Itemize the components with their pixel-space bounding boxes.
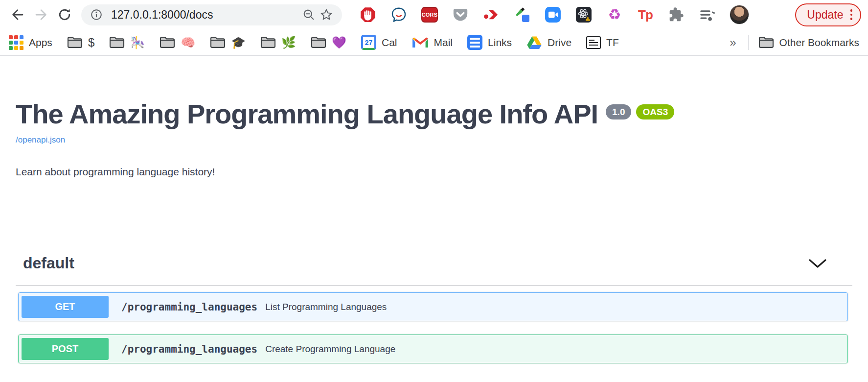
zoom-out-icon[interactable] xyxy=(300,6,318,24)
operation-path: /programming_languages xyxy=(121,301,257,313)
zoom-video-icon[interactable] xyxy=(545,6,561,23)
bookmark-apps[interactable]: Apps xyxy=(9,35,52,50)
folder-icon xyxy=(311,36,326,49)
bookmark-links[interactable]: Links xyxy=(467,35,512,50)
bookmark-label: 🎠 xyxy=(130,37,145,48)
eyedropper-colorpicker-icon[interactable] xyxy=(514,6,530,23)
bookmark-label: Mail xyxy=(434,37,453,48)
operation-path: /programming_languages xyxy=(121,343,257,355)
apps-grid-icon xyxy=(9,35,23,50)
bookmark-drive[interactable]: Drive xyxy=(526,36,571,49)
cors-extension-icon[interactable]: CORS xyxy=(421,6,438,23)
folder-icon xyxy=(109,36,125,49)
bookmark-label: $ xyxy=(88,37,94,48)
operation-get-programming-languages[interactable]: GET /programming_languages List Programm… xyxy=(18,292,848,321)
browser-menu-kebab-icon[interactable] xyxy=(849,8,854,21)
react-devtools-icon[interactable] xyxy=(575,6,592,23)
bookmark-label: Links xyxy=(488,37,512,48)
tp-extension-icon[interactable]: Tp xyxy=(637,6,654,23)
google-drive-icon xyxy=(526,36,542,49)
bookmark-label: 🧠 xyxy=(181,37,195,48)
extensions-puzzle-icon[interactable] xyxy=(668,6,685,23)
section-title: default xyxy=(23,254,74,272)
page-title: The Amazing Programming Language Info AP… xyxy=(16,100,598,128)
red-arrow-extension-icon[interactable] xyxy=(483,6,500,23)
folder-icon xyxy=(758,36,774,49)
reload-icon xyxy=(57,7,72,22)
music-queue-icon[interactable] xyxy=(699,6,715,23)
bookmarks-bar: Apps $ 🎠 🧠 🎓 🌿 💜 27 Cal Mail xyxy=(0,29,868,56)
back-icon xyxy=(10,7,25,22)
gmail-icon xyxy=(412,36,429,49)
folder-icon xyxy=(67,36,83,49)
url-bar[interactable]: 127.0.0.1:8000/docs xyxy=(81,4,342,25)
section-header-default[interactable]: default xyxy=(16,254,852,286)
bookmark-gmail[interactable]: Mail xyxy=(412,36,453,49)
oas3-badge: OAS3 xyxy=(636,104,674,119)
back-button[interactable] xyxy=(6,3,29,26)
bookmark-folder-heart[interactable]: 💜 xyxy=(311,36,346,49)
tf-doc-icon xyxy=(586,36,601,49)
folder-icon xyxy=(160,36,175,49)
other-bookmarks[interactable]: Other Bookmarks xyxy=(758,36,859,49)
bookmarks-overflow-chevron[interactable]: » xyxy=(728,36,738,49)
api-docs-page: The Amazing Programming Language Info AP… xyxy=(0,56,868,363)
bookmark-calendar[interactable]: 27 Cal xyxy=(361,35,397,50)
purple-recycle-extension-icon[interactable]: ♻ xyxy=(606,6,623,23)
update-button[interactable]: Update xyxy=(795,3,861,26)
api-description: Learn about programming language history… xyxy=(16,166,852,178)
bookmark-label: Cal xyxy=(382,37,397,48)
bookmark-label: Drive xyxy=(548,37,571,48)
http-method-badge: POST xyxy=(22,338,109,360)
pocket-icon[interactable] xyxy=(452,6,469,23)
bookmark-folder-carousel[interactable]: 🎠 xyxy=(109,36,145,49)
bookmark-folder-brain[interactable]: 🧠 xyxy=(160,36,195,49)
links-list-icon xyxy=(467,35,482,50)
forward-button[interactable] xyxy=(29,3,53,26)
operation-summary: List Programming Languages xyxy=(265,302,387,312)
forward-icon xyxy=(34,7,48,22)
bookmark-folder-finance[interactable]: $ xyxy=(67,36,94,49)
operation-post-programming-languages[interactable]: POST /programming_languages Create Progr… xyxy=(18,334,848,363)
bookmark-folder-school[interactable]: 🎓 xyxy=(210,36,246,49)
browser-toolbar: 127.0.0.1:8000/docs CORS xyxy=(0,0,868,29)
folder-icon xyxy=(260,36,276,49)
version-badge: 1.0 xyxy=(606,104,631,119)
collapse-chevron-icon[interactable] xyxy=(808,258,827,269)
google-calendar-icon: 27 xyxy=(361,35,376,50)
http-method-badge: GET xyxy=(22,296,109,318)
bookmark-label: 🎓 xyxy=(231,37,246,48)
bookmark-tf[interactable]: TF xyxy=(586,36,619,49)
bookmark-star-icon[interactable] xyxy=(318,6,335,24)
profile-avatar[interactable] xyxy=(730,5,749,24)
other-bookmarks-label: Other Bookmarks xyxy=(779,37,859,48)
bookmark-label: 🌿 xyxy=(281,37,296,48)
operation-summary: Create Programming Language xyxy=(265,344,395,355)
bookmark-label: TF xyxy=(606,37,619,48)
url-text[interactable]: 127.0.0.1:8000/docs xyxy=(111,8,300,22)
reload-button[interactable] xyxy=(53,3,76,26)
bookmarks-divider xyxy=(748,35,749,50)
bookmark-label: Apps xyxy=(29,37,52,48)
chat-bubble-icon[interactable] xyxy=(390,6,407,23)
bookmark-folder-herb[interactable]: 🌿 xyxy=(260,36,296,49)
bookmark-label: 💜 xyxy=(332,37,346,48)
folder-icon xyxy=(210,36,226,49)
openapi-json-link[interactable]: /openapi.json xyxy=(16,135,65,145)
tag-section-default: default GET /programming_languages List … xyxy=(16,254,852,363)
site-info-icon[interactable] xyxy=(88,6,105,24)
adblock-stop-hand-icon[interactable] xyxy=(360,6,376,23)
update-label: Update xyxy=(807,8,843,22)
extensions-strip: CORS xyxy=(360,3,861,26)
